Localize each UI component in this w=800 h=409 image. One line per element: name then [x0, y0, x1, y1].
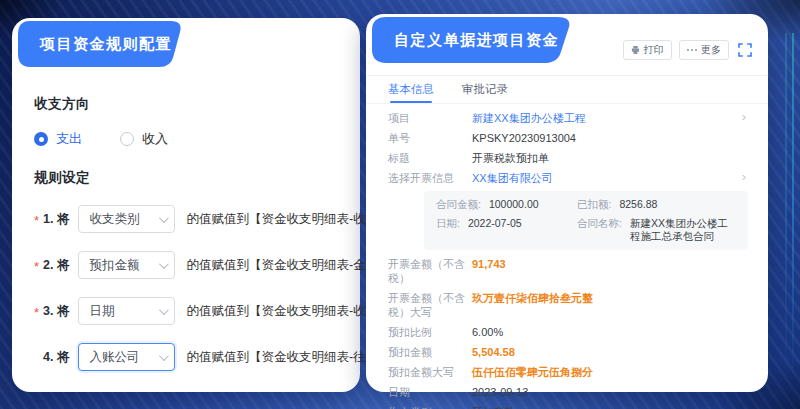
fullscreen-icon[interactable] [736, 41, 754, 59]
document-toolbar: 打印 更多 [623, 40, 755, 60]
field-label: 开票金额（不含税）大写 [388, 291, 472, 319]
rule-row-4: 4. 将 入账公司 的值赋值到【资金收支明细表-往来单位】中 [34, 343, 340, 371]
rule-row-3: * 3. 将 日期 的值赋值到【资金收支明细表-收支日期】中 [34, 297, 340, 325]
contract-amount-cell: 合同金额: 100000.00 [436, 198, 577, 211]
project-link[interactable]: 新建XX集团办公楼工程 [472, 111, 748, 125]
selected-field: 入账公司 [89, 349, 139, 366]
detail-tabs: 基本信息 审批记录 [366, 76, 768, 104]
field-label: 项目 [388, 111, 472, 125]
chevron-down-icon [159, 351, 169, 361]
field-label: 开票金额（不含税） [388, 257, 472, 285]
right-panel-title: 自定义单据进项目资金 [372, 17, 576, 62]
print-button-label: 打印 [644, 43, 664, 57]
field-label: 标题 [388, 151, 472, 165]
selected-field: 日期 [89, 303, 114, 320]
field-value: 2023-09-13 [472, 385, 748, 399]
radio-income-label: 收入 [142, 130, 168, 148]
radio-unselected-icon[interactable] [120, 132, 134, 146]
left-panel-title: 项目资金规则配置 [18, 21, 186, 66]
rule-row-2: * 2. 将 预扣金额 的值赋值到【资金收支明细表-金额】中 [34, 251, 340, 279]
field-label: 合同金额: [436, 198, 481, 211]
field-invoice-info: 选择开票信息 XX集团有限公司 › [388, 171, 748, 185]
rule-prefix: 2. 将 [43, 257, 69, 274]
field-withhold-ratio: 预扣比例 6.00% [388, 325, 748, 339]
field-value: 100000.00 [489, 198, 539, 211]
chevron-down-icon [159, 305, 169, 315]
edge-accent-line [792, 33, 794, 377]
radio-income[interactable]: 收入 [120, 130, 168, 148]
chevron-down-icon [159, 259, 169, 269]
field-project: 项目 新建XX集团办公楼工程 › [388, 111, 748, 125]
field-label: 选择开票信息 [388, 171, 472, 185]
document-detail-panel: 自定义单据进项目资金 打印 更多 [366, 14, 768, 392]
field-value: 2022-07-05 [468, 217, 522, 243]
edge-accent-line [785, 33, 787, 377]
radio-selected-icon[interactable] [34, 132, 48, 146]
more-button[interactable]: 更多 [679, 40, 730, 60]
field-value: 6.00% [472, 325, 748, 339]
field-value: 预扣税款 [472, 405, 748, 409]
rule-field-select-3[interactable]: 日期 [78, 297, 175, 325]
more-icon [687, 49, 698, 52]
field-label: 单号 [388, 131, 472, 145]
rule-row-1: * 1. 将 收支类别 的值赋值到【资金收支明细表-收支类别】中 [34, 205, 340, 233]
field-label: 预扣金额 [388, 345, 472, 359]
required-asterisk: * [34, 259, 43, 274]
field-label: 预扣比例 [388, 325, 472, 339]
field-value: 玖万壹仟柒佰肆拾叁元整 [472, 291, 748, 305]
invoice-info-link[interactable]: XX集团有限公司 [472, 171, 748, 185]
rule-field-select-2[interactable]: 预扣金额 [78, 251, 175, 279]
right-panel-title-tag: 自定义单据进项目资金 [372, 17, 576, 63]
field-category: 收支类别 预扣税款 [388, 405, 748, 409]
contract-date-cell: 日期: 2022-07-05 [436, 217, 577, 243]
field-label: 收支类别 [388, 405, 472, 409]
field-value: 伍仟伍佰零肆元伍角捌分 [472, 365, 748, 379]
tab-basic-info[interactable]: 基本信息 [388, 76, 434, 103]
radio-expense[interactable]: 支出 [34, 130, 82, 148]
rule-prefix: 1. 将 [43, 211, 69, 228]
field-invoice-amount-caps: 开票金额（不含税）大写 玖万壹仟柒佰肆拾叁元整 [388, 291, 748, 319]
chevron-down-icon [159, 213, 169, 223]
contract-summary-box: 合同金额: 100000.00 已扣额: 8256.88 日期: 2022-07… [424, 191, 748, 250]
field-label: 日期 [388, 385, 472, 399]
detail-fields: 项目 新建XX集团办公楼工程 › 单号 KPSKY20230913004 标题 … [366, 104, 768, 409]
field-label: 已扣额: [577, 198, 611, 211]
chevron-right-icon[interactable]: › [742, 110, 746, 124]
field-label: 预扣金额大写 [388, 365, 472, 379]
deducted-amount-cell: 已扣额: 8256.88 [577, 198, 736, 211]
field-withhold-amount: 预扣金额 5,504.58 [388, 345, 748, 359]
contract-name-cell: 合同名称: 新建XX集团办公楼工程施工总承包合同 [577, 217, 736, 243]
field-value: 91,743 [472, 257, 748, 271]
rule-prefix: 3. 将 [43, 303, 69, 320]
selected-field: 预扣金额 [89, 257, 139, 274]
tab-approval-record[interactable]: 审批记录 [462, 76, 508, 103]
field-value: 开票税款预扣单 [472, 151, 748, 165]
rule-field-select-4[interactable]: 入账公司 [78, 343, 175, 371]
field-title: 标题 开票税款预扣单 [388, 151, 748, 165]
rule-field-select-1[interactable]: 收支类别 [78, 205, 175, 233]
document-header: 自定义单据进项目资金 打印 更多 [366, 14, 768, 76]
print-button[interactable]: 打印 [623, 40, 672, 60]
direction-label: 收支方向 [34, 95, 340, 113]
field-value: 8256.88 [619, 198, 657, 211]
rules-label: 规则设定 [34, 169, 340, 187]
printer-icon [631, 46, 640, 55]
rule-config-panel: 项目资金规则配置 收支方向 支出 收入 规则设定 * 1. 将 收支类别 [12, 18, 360, 392]
chevron-right-icon[interactable]: › [742, 170, 746, 184]
direction-radio-group: 支出 收入 [34, 130, 340, 148]
required-asterisk: * [34, 213, 43, 228]
field-date: 日期 2023-09-13 [388, 385, 748, 399]
field-doc-no: 单号 KPSKY20230913004 [388, 131, 748, 145]
field-value: 新建XX集团办公楼工程施工总承包合同 [630, 217, 736, 243]
field-label: 合同名称: [577, 217, 622, 243]
banner-background: 项目资金规则配置 收支方向 支出 收入 规则设定 * 1. 将 收支类别 [0, 0, 800, 409]
field-label: 日期: [436, 217, 460, 243]
field-invoice-amount: 开票金额（不含税） 91,743 [388, 257, 748, 285]
required-asterisk: * [34, 305, 43, 320]
left-panel-title-tag: 项目资金规则配置 [18, 21, 186, 67]
field-value: 5,504.58 [472, 345, 748, 359]
field-value: KPSKY20230913004 [472, 131, 748, 145]
selected-field: 收支类别 [89, 211, 139, 228]
field-withhold-amount-caps: 预扣金额大写 伍仟伍佰零肆元伍角捌分 [388, 365, 748, 379]
more-button-label: 更多 [701, 43, 721, 57]
